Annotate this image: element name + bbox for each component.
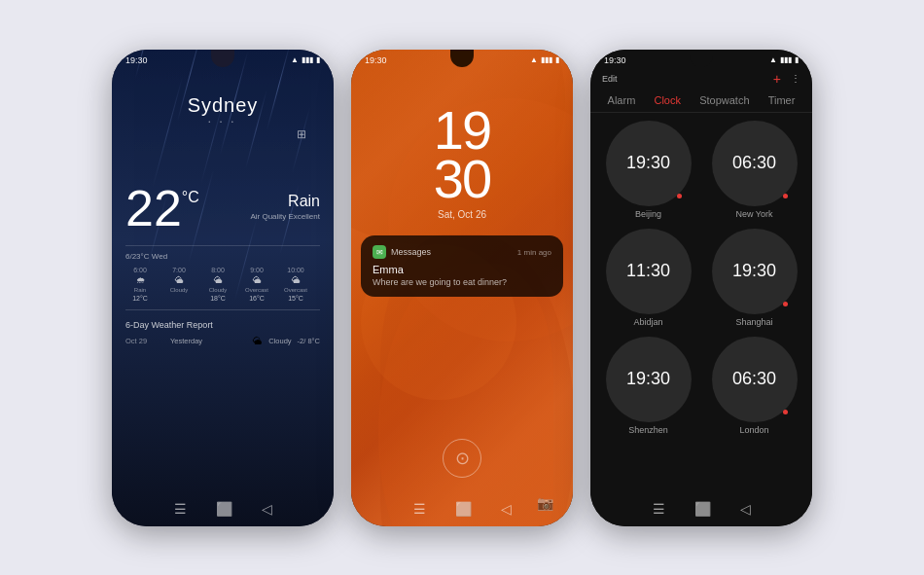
clock-grid: 19:30 Beijing 06:30 New York 11:	[590, 113, 812, 443]
wifi-icon-3: ▲	[769, 55, 777, 64]
notification-card: ✉ Messages 1 min ago Emma Where are we g…	[361, 235, 563, 297]
phone-lockscreen: 19:30 ▲ ▮▮▮ ▮ 19 30 Sat, Oct 26 ✉ Messag	[351, 50, 573, 526]
tab-stopwatch[interactable]: Stopwatch	[693, 92, 755, 108]
clock-time-london: 06:30	[732, 369, 776, 389]
battery-icon: ▮	[316, 55, 320, 64]
status-time-2: 19:30	[365, 55, 387, 65]
phone-weather: 19:30 ▲ ▮▮▮ ▮ Sydney • • • ⊞ 22 °C	[112, 50, 334, 526]
city-abidjan: Abidjan	[633, 317, 662, 327]
phone-clock: 19:30 ▲ ▮▮▮ ▮ Edit + ⋮ Alarm Clock Stopw…	[590, 50, 812, 526]
clock-time-beijing: 19:30	[626, 153, 670, 173]
city-london: London	[739, 425, 768, 435]
clock-edit-button[interactable]: Edit	[602, 74, 618, 84]
clock-dot-london	[783, 410, 788, 414]
menu-icon-3[interactable]: ☰	[653, 501, 665, 517]
tab-clock[interactable]: Clock	[648, 92, 687, 108]
weather-report-label: 6-Day Weather Report	[125, 320, 320, 330]
list-item: 19:30 Shanghai	[706, 229, 802, 327]
back-icon-3[interactable]: ◁	[740, 501, 751, 517]
hourly-forecast: 6:00 🌧 Rain 12°C 7:00 🌥 Cloudy 8:00 🌥	[125, 267, 320, 302]
notif-sender: Emma	[373, 264, 551, 275]
tab-timer[interactable]: Timer	[763, 92, 801, 108]
clock-time-abidjan: 11:30	[626, 261, 670, 281]
fingerprint-button[interactable]: ⊙	[443, 439, 481, 478]
clock-dot-newyork	[783, 194, 788, 198]
battery-icon-3: ▮	[795, 55, 799, 64]
status-time-3: 19:30	[604, 55, 626, 65]
status-time-1: 19:30	[125, 55, 148, 65]
building-icon: ⊞	[297, 127, 306, 141]
clock-time-newyork: 06:30	[732, 153, 776, 173]
home-icon-2[interactable]: ⬜	[455, 501, 472, 517]
signal-icon: ▮▮▮	[302, 55, 313, 64]
temperature: 22	[125, 183, 182, 234]
menu-icon[interactable]: ☰	[174, 501, 187, 517]
menu-icon-2[interactable]: ☰	[413, 501, 426, 517]
battery-icon-2: ▮	[555, 55, 559, 64]
list-item: 19:30 Beijing	[600, 121, 696, 219]
city-dots: • • •	[125, 119, 320, 125]
wifi-icon: ▲	[291, 55, 299, 64]
city-newyork: New York	[735, 209, 772, 219]
daily-row: Oct 29 Yesterday 🌥 Cloudy -2/ 8°C	[125, 336, 320, 346]
notif-app-name: Messages	[391, 247, 431, 257]
signal-icon-2: ▮▮▮	[541, 55, 552, 64]
messages-app-icon: ✉	[373, 245, 386, 259]
weather-condition: Rain	[250, 193, 320, 210]
list-item: 11:30 Abidjan	[600, 229, 696, 327]
signal-icon-3: ▮▮▮	[780, 55, 792, 64]
city-beijing: Beijing	[635, 209, 661, 219]
clock-time-shenzhen: 19:30	[626, 369, 670, 389]
camera-button[interactable]: 📷	[537, 495, 553, 511]
nav-bar-1: ☰ ⬜ ◁	[112, 501, 334, 517]
list-item: 06:30 London	[706, 337, 802, 435]
clock-tabs: Alarm Clock Stopwatch Timer	[590, 89, 812, 113]
clock-dot-beijing	[677, 194, 682, 198]
clock-header: Edit + ⋮	[590, 67, 812, 89]
city-name: Sydney	[125, 94, 320, 117]
home-icon[interactable]: ⬜	[216, 501, 232, 517]
list-item: 19:30 Shenzhen	[600, 337, 696, 435]
tab-alarm[interactable]: Alarm	[602, 92, 642, 108]
wifi-icon-2: ▲	[530, 55, 538, 64]
notif-time: 1 min ago	[517, 248, 551, 257]
clock-time-shanghai: 19:30	[732, 261, 776, 281]
temp-unit: °C	[182, 189, 199, 206]
home-icon-3[interactable]: ⬜	[694, 501, 711, 517]
city-shenzhen: Shenzhen	[628, 425, 668, 435]
city-shanghai: Shanghai	[735, 317, 772, 327]
air-quality: Air Quality Excellent	[250, 212, 320, 221]
back-icon-2[interactable]: ◁	[501, 501, 512, 517]
list-item: 06:30 New York	[706, 121, 802, 219]
clock-more-button[interactable]: ⋮	[791, 73, 800, 84]
nav-bar-3: ☰ ⬜ ◁	[590, 501, 812, 517]
clock-dot-shanghai	[783, 302, 788, 306]
back-icon[interactable]: ◁	[262, 501, 272, 517]
lock-date: Sat, Oct 26	[351, 209, 573, 220]
clock-add-button[interactable]: +	[773, 71, 781, 87]
lock-time-minutes: 30	[351, 155, 573, 203]
fingerprint-icon: ⊙	[455, 448, 470, 469]
hourly-header: 6/23°C Wed	[125, 252, 320, 261]
notif-message: Where are we going to eat dinner?	[373, 277, 551, 287]
